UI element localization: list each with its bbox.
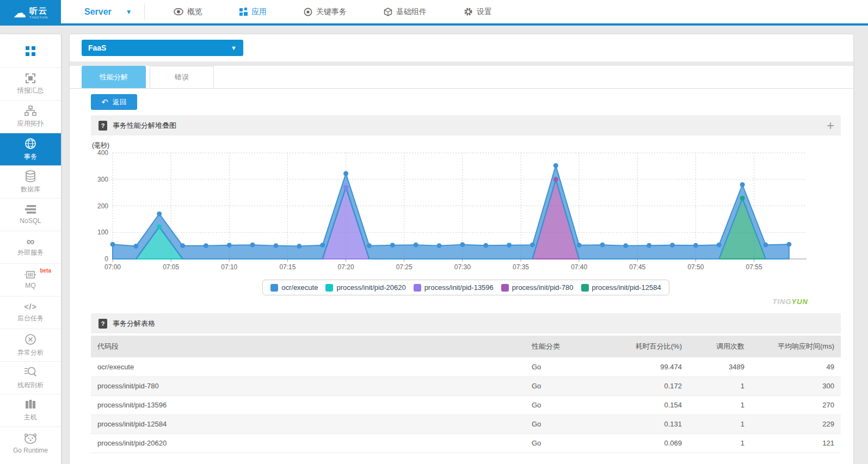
back-button-label: 返回 xyxy=(113,97,127,107)
svg-text:07:20: 07:20 xyxy=(338,263,354,271)
chart-svg: 010020030040007:0007:0507:1007:1507:2007… xyxy=(91,150,839,274)
back-button[interactable]: ↶ 返回 xyxy=(91,94,137,110)
table-row[interactable]: process/init/pid-780Go0.1721300 xyxy=(91,376,841,395)
legend-swatch-icon xyxy=(325,284,333,292)
legend-item[interactable]: process/init/pid-20620 xyxy=(325,283,405,292)
nav-item-settings[interactable]: 设置 xyxy=(445,0,510,23)
tingyun-logo[interactable]: ☁ 听云 TINGYUN xyxy=(0,0,61,26)
sidebar-item-label: NoSQL xyxy=(20,217,41,225)
svg-text:07:55: 07:55 xyxy=(746,263,762,271)
server-dropdown-label: Server xyxy=(84,7,112,17)
avg-response-cell: 49 xyxy=(751,357,841,376)
tab-label: 错误 xyxy=(175,72,189,82)
percent-cell: 99.474 xyxy=(593,357,688,376)
sidebar-item-label: 数据库 xyxy=(21,185,40,194)
apps-grid-icon xyxy=(239,8,248,16)
apps-grid-icon xyxy=(26,46,35,56)
help-icon[interactable]: ? xyxy=(99,319,107,329)
server-dropdown[interactable]: Server ▼ xyxy=(84,0,132,23)
sidebar-item-label: 情报汇总 xyxy=(17,86,44,95)
code-segment-cell: ocr/execute xyxy=(91,357,525,376)
top-navbar: ☁ 听云 TINGYUN Server ▼ 概览 应用 关键事务 xyxy=(0,0,868,26)
app-selector-row: FaaS ▼ xyxy=(70,34,853,61)
legend-label: process/init/pid-780 xyxy=(512,283,574,292)
legend-item[interactable]: process/init/pid-780 xyxy=(501,283,574,292)
svg-text:07:10: 07:10 xyxy=(221,263,237,271)
nav-item-label: 基础组件 xyxy=(396,7,427,17)
sidebar-item-label: MQ xyxy=(25,282,35,289)
table-row[interactable]: ocr/executeGo99.474348949 xyxy=(91,357,841,376)
sidebar-item-mq[interactable]: beta MQ xyxy=(0,264,61,296)
logo-text-en: TINGYUN xyxy=(29,16,48,19)
category-cell: Go xyxy=(525,414,593,434)
sidebar-item-summary[interactable]: 情报汇总 xyxy=(0,68,61,101)
svg-text:07:15: 07:15 xyxy=(279,263,296,271)
sidebar-item-transactions[interactable]: 事务 xyxy=(0,133,61,166)
sidebar-item-hosts[interactable]: 主机 xyxy=(0,394,61,427)
table-row[interactable]: process/init/pid-12584Go0.1311229 xyxy=(91,414,841,434)
table-row[interactable]: process/init/pid-13596Go0.1541270 xyxy=(91,395,841,414)
table-section-title: 事务分解表格 xyxy=(113,319,155,329)
sidebar-item-topology[interactable]: 应用拓扑 xyxy=(0,101,61,133)
call-count-cell: 1 xyxy=(688,434,751,453)
svg-text:07:40: 07:40 xyxy=(571,263,587,271)
stacked-area-chart[interactable]: 010020030040007:0007:0507:1007:1507:2007… xyxy=(91,150,841,276)
breakdown-table: 代码段性能分类耗时百分比(%)调用次数平均响应时间(ms) ocr/execut… xyxy=(91,336,841,453)
category-cell: Go xyxy=(525,434,593,453)
sidebar-item-external-services[interactable]: ∞ 外部服务 xyxy=(0,231,61,264)
sidebar-item-label: 后台任务 xyxy=(17,314,44,323)
eye-icon xyxy=(174,8,183,15)
legend-swatch-icon xyxy=(581,284,589,292)
category-cell: Go xyxy=(525,395,593,414)
app-selector-dropdown[interactable]: FaaS ▼ xyxy=(82,40,243,56)
divider xyxy=(70,61,853,66)
back-arrow-icon: ↶ xyxy=(101,97,108,107)
sidebar-item-label: 外部服务 xyxy=(17,248,44,257)
avg-response-cell: 300 xyxy=(751,376,841,395)
beta-badge: beta xyxy=(40,268,51,274)
sidebar-apps-menu[interactable] xyxy=(0,34,61,68)
tab-performance-breakdown[interactable]: 性能分解 xyxy=(82,66,146,88)
nav-item-label: 应用 xyxy=(251,7,267,17)
nav-item-label: 概览 xyxy=(187,7,202,17)
legend-item[interactable]: process/init/pid-12584 xyxy=(581,283,661,292)
cloud-logo-icon: ☁ xyxy=(13,7,26,20)
nav-item-key-transactions[interactable]: 关键事务 xyxy=(285,0,365,23)
table-header-row: 代码段性能分类耗时百分比(%)调用次数平均响应时间(ms) xyxy=(91,336,841,357)
app-selector-value: FaaS xyxy=(88,44,106,52)
legend-item[interactable]: process/init/pid-13596 xyxy=(414,283,494,292)
sidebar-item-go-runtime[interactable]: Go Runtime xyxy=(0,427,61,460)
sidebar-item-nosql[interactable]: NoSQL xyxy=(0,199,61,231)
sidebar-item-label: 主机 xyxy=(24,413,37,422)
code-segment-cell: process/init/pid-13596 xyxy=(91,395,525,414)
chart-legend: ocr/executeprocess/init/pid-20620process… xyxy=(262,280,669,295)
table-row[interactable]: process/init/pid-20620Go0.0691121 xyxy=(91,434,841,453)
chart-section-title: 事务性能分解堆叠图 xyxy=(113,121,176,131)
code-segment-cell: process/init/pid-780 xyxy=(91,376,525,395)
legend-item[interactable]: ocr/execute xyxy=(270,283,318,292)
tab-errors[interactable]: 错误 xyxy=(150,66,214,88)
nav-item-overview[interactable]: 概览 xyxy=(155,0,221,23)
svg-text:07:25: 07:25 xyxy=(396,263,413,271)
database-icon xyxy=(24,170,36,182)
tabs: 性能分解 错误 xyxy=(70,66,853,88)
sidebar-item-database[interactable]: 数据库 xyxy=(0,166,61,199)
svg-text:07:50: 07:50 xyxy=(687,263,704,271)
nav-item-base-components[interactable]: 基础组件 xyxy=(365,0,445,23)
sidebar-item-exception-analysis[interactable]: 异常分析 xyxy=(0,329,61,362)
call-count-cell: 1 xyxy=(688,376,751,395)
sidebar-item-thread-profiling[interactable]: 线程剖析 xyxy=(0,362,61,394)
nav-separator xyxy=(144,4,145,20)
expand-icon[interactable]: + xyxy=(827,120,834,131)
topology-icon xyxy=(24,106,36,116)
nav-item-applications[interactable]: 应用 xyxy=(221,0,285,23)
sidebar-item-label: 应用拓扑 xyxy=(17,119,44,128)
svg-text:07:35: 07:35 xyxy=(513,263,529,271)
svg-text:0: 0 xyxy=(104,255,108,263)
thread-search-icon xyxy=(24,366,37,378)
sidebar-item-background-tasks[interactable]: </> 后台任务 xyxy=(0,296,61,329)
legend-label: ocr/execute xyxy=(281,283,318,292)
legend-swatch-icon xyxy=(270,284,278,292)
help-icon[interactable]: ? xyxy=(99,121,107,131)
main-content-card: FaaS ▼ 性能分解 错误 ↶ 返回 ? 事务性能分解堆叠图 + (毫秒) 0… xyxy=(70,34,853,464)
